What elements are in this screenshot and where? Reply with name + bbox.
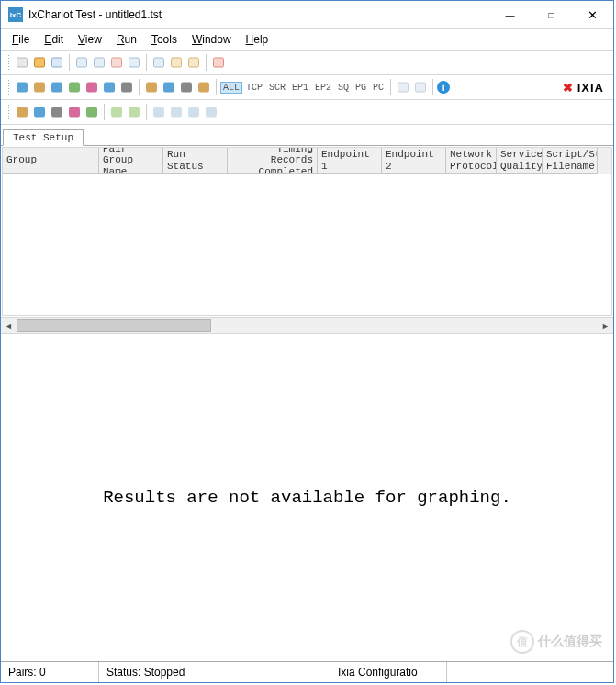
menu-edit[interactable]: Edit [37, 31, 71, 48]
column-header[interactable]: Endpoint 1 [318, 148, 382, 174]
note-icon[interactable] [196, 79, 212, 95]
filter-sq[interactable]: SQ [335, 82, 352, 94]
delete-icon[interactable] [210, 54, 227, 71]
horizontal-scrollbar[interactable]: ◄ ► [1, 317, 613, 333]
print-icon[interactable] [73, 54, 90, 71]
list-icon[interactable] [178, 79, 195, 95]
open-folder-icon[interactable] [31, 54, 48, 71]
column-header[interactable]: Pair Group Name [99, 148, 163, 174]
no-results-message: Results are not available for graphing. [103, 488, 511, 508]
filter-ep2[interactable]: EP2 [312, 82, 334, 94]
svg-rect-9 [189, 58, 199, 67]
wand-icon[interactable] [14, 104, 30, 120]
filter-all[interactable]: ALL [220, 82, 242, 94]
pause-icon[interactable] [126, 54, 142, 71]
menu-help[interactable]: Help [239, 31, 276, 48]
scroll-thumb[interactable] [17, 319, 211, 332]
grid-panel: GroupPair Group NameRun StatusTiming Rec… [1, 146, 613, 334]
svg-rect-17 [122, 83, 132, 92]
menu-run[interactable]: Run [109, 31, 144, 48]
column-header[interactable]: Script/St Filename [543, 148, 598, 174]
svg-rect-29 [112, 107, 122, 117]
watermark-icon: 值 [510, 630, 534, 654]
status-state: Status: Stopped [99, 662, 330, 682]
separator [69, 54, 70, 71]
close-button[interactable]: ✕ [572, 1, 613, 28]
tv-icon[interactable] [101, 79, 118, 95]
column-header[interactable]: Timing Records Completed [228, 148, 318, 174]
merge-icon[interactable] [108, 104, 125, 120]
toolbar-grip[interactable] [5, 54, 9, 71]
group-icon[interactable] [31, 79, 48, 95]
tab-strip: Test Setup [1, 125, 613, 146]
separator [206, 54, 207, 71]
svg-rect-3 [77, 58, 87, 67]
paste-icon[interactable] [185, 54, 202, 71]
last-icon[interactable] [203, 104, 219, 120]
svg-rect-24 [17, 107, 28, 117]
menu-window[interactable]: Window [185, 31, 239, 48]
brand-logo: ✖IXIA [563, 81, 604, 95]
column-header[interactable]: Network Protocol [446, 148, 497, 174]
info-icon[interactable]: i [437, 81, 450, 94]
filter-pg[interactable]: PG [353, 82, 369, 94]
results-grid[interactable]: GroupPair Group NameRun StatusTiming Rec… [2, 147, 612, 316]
scroll-left-icon[interactable]: ◄ [1, 319, 17, 332]
props-icon[interactable] [161, 79, 177, 95]
copy-icon[interactable] [168, 54, 185, 71]
edit-icon[interactable] [143, 79, 160, 95]
extra1-icon[interactable] [395, 79, 411, 95]
menu-tools[interactable]: Tools [144, 31, 185, 48]
grid-body[interactable] [3, 174, 611, 316]
menu-file[interactable]: File [5, 31, 37, 48]
minimize-button[interactable]: — [489, 1, 531, 28]
column-header[interactable]: Group [3, 148, 99, 174]
toolbar-grip[interactable] [5, 79, 9, 95]
svg-rect-4 [95, 58, 105, 67]
pair-icon[interactable] [14, 79, 30, 95]
svg-rect-1 [35, 58, 45, 67]
first-icon[interactable] [151, 104, 167, 120]
svg-rect-10 [214, 58, 224, 67]
flag-icon[interactable] [84, 104, 100, 120]
chain-icon[interactable] [118, 79, 135, 95]
cfg-icon[interactable] [66, 104, 83, 120]
menu-view[interactable]: View [71, 31, 109, 48]
split-icon[interactable] [126, 104, 142, 120]
filter-tcp[interactable]: TCP [243, 82, 265, 94]
column-header[interactable]: Endpoint 2 [382, 148, 446, 174]
new-file-icon[interactable] [14, 54, 30, 71]
link-icon[interactable] [66, 79, 83, 95]
screen-icon[interactable] [49, 79, 65, 95]
maximize-button[interactable]: □ [531, 1, 572, 28]
svg-rect-19 [164, 83, 174, 92]
grid-header: GroupPair Group NameRun StatusTiming Rec… [3, 148, 611, 174]
gear-icon[interactable] [49, 104, 65, 120]
net-icon[interactable] [84, 79, 100, 95]
scroll-right-icon[interactable]: ► [598, 319, 613, 332]
run-icon[interactable] [91, 54, 107, 71]
svg-rect-14 [70, 83, 80, 92]
svg-rect-8 [172, 58, 182, 67]
brush-icon[interactable] [31, 104, 48, 120]
stop-icon[interactable] [108, 54, 125, 71]
save-icon[interactable] [49, 54, 65, 71]
svg-rect-31 [154, 107, 164, 117]
separator [432, 79, 433, 95]
filter-ep1[interactable]: EP1 [289, 82, 311, 94]
separator [104, 104, 105, 120]
svg-rect-30 [129, 107, 140, 117]
svg-rect-0 [17, 58, 28, 67]
column-header[interactable]: Run Status [163, 148, 228, 174]
column-header[interactable]: Service Quality [497, 148, 543, 174]
extra2-icon[interactable] [412, 79, 429, 95]
separator [146, 104, 147, 120]
filter-scr[interactable]: SCR [266, 82, 288, 94]
standard-toolbar [1, 51, 613, 75]
filter-pc[interactable]: PC [370, 82, 386, 94]
prev-icon[interactable] [168, 104, 185, 120]
cut-icon[interactable] [151, 54, 167, 71]
toolbar-grip[interactable] [5, 104, 9, 120]
next-icon[interactable] [185, 104, 202, 120]
tab-test-setup[interactable]: Test Setup [3, 129, 84, 146]
